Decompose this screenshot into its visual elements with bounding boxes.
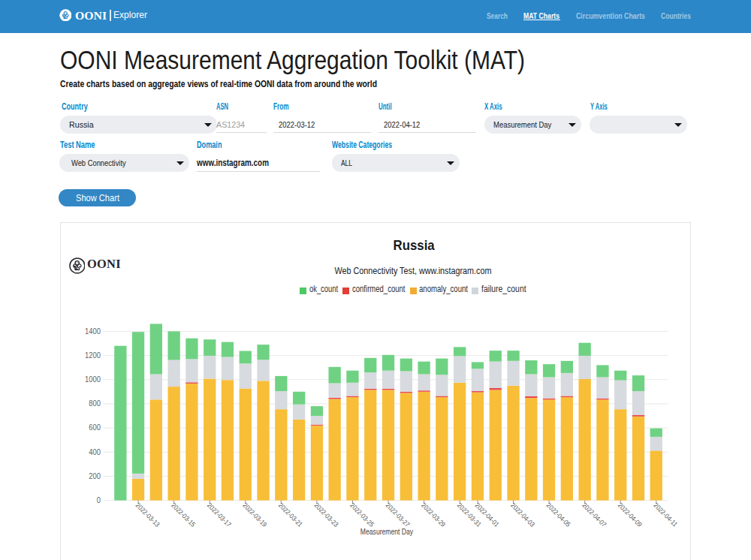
svg-text:1400: 1400 <box>85 327 101 335</box>
svg-text:2022-03-13: 2022-03-13 <box>134 501 162 529</box>
svg-text:2022-03-27: 2022-03-27 <box>385 501 412 529</box>
svg-text:1200: 1200 <box>85 351 101 360</box>
svg-text:200: 200 <box>89 471 101 480</box>
svg-text:2022-04-05: 2022-04-05 <box>545 501 573 529</box>
svg-text:2022-04-11: 2022-04-11 <box>652 501 679 528</box>
svg-text:2022-03-25: 2022-03-25 <box>348 501 376 529</box>
svg-text:2022-04-09: 2022-04-09 <box>617 501 644 529</box>
svg-text:1000: 1000 <box>85 375 101 384</box>
svg-text:2022-03-21: 2022-03-21 <box>277 501 305 529</box>
svg-text:2022-04-07: 2022-04-07 <box>581 501 608 529</box>
svg-text:2022-03-17: 2022-03-17 <box>206 501 234 529</box>
svg-text:Measurement Day: Measurement Day <box>360 527 413 536</box>
svg-text:600: 600 <box>89 423 101 432</box>
svg-text:2022-03-29: 2022-03-29 <box>420 501 448 529</box>
svg-text:2022-03-19: 2022-03-19 <box>241 501 269 529</box>
svg-text:0: 0 <box>97 496 101 504</box>
svg-text:800: 800 <box>89 399 101 408</box>
svg-text:2022-03-23: 2022-03-23 <box>312 501 340 529</box>
svg-text:2022-04-03: 2022-04-03 <box>509 501 537 529</box>
svg-text:2022-03-15: 2022-03-15 <box>170 501 198 529</box>
svg-text:400: 400 <box>89 447 101 456</box>
